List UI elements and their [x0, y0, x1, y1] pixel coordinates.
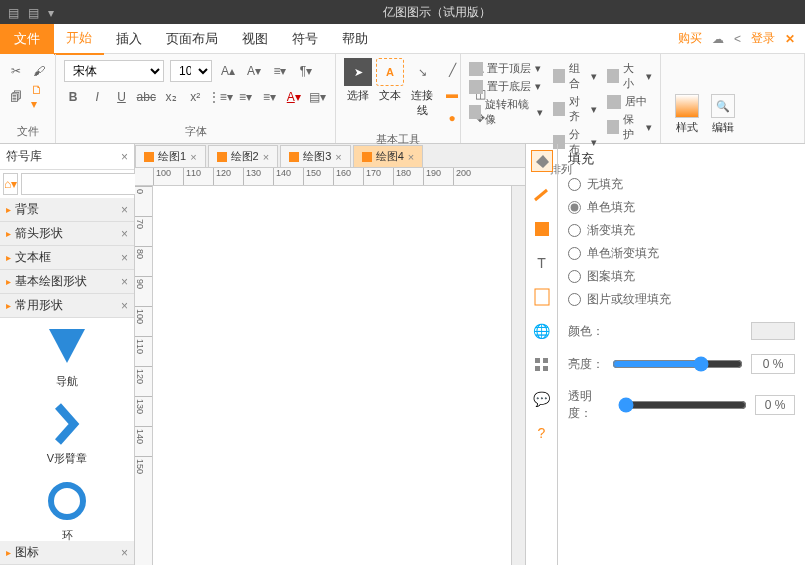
cat-background[interactable]: ▸背景× [0, 198, 134, 222]
shape-nav[interactable]: 导航 [6, 324, 128, 389]
color-swatch[interactable] [751, 322, 795, 340]
increase-font-icon[interactable]: A▴ [218, 61, 238, 81]
cat-common[interactable]: ▸常用形状× [0, 294, 134, 318]
decrease-font-icon[interactable]: A▾ [244, 61, 264, 81]
bold-icon[interactable]: B [64, 87, 82, 107]
tab-3[interactable]: 绘图3× [280, 145, 351, 167]
list-icon[interactable]: ≡▾ [236, 87, 254, 107]
size-btn[interactable]: 大小▾ [607, 61, 652, 91]
font-family-select[interactable]: 宋体 [64, 60, 164, 82]
lineheight-icon[interactable]: ≡▾ [270, 61, 290, 81]
fill-opt-mono-gradient[interactable]: 单色渐变填充 [568, 245, 795, 262]
close-icon[interactable]: × [121, 150, 128, 164]
select-tool[interactable]: ➤ 选择 [344, 58, 372, 130]
superscript-icon[interactable]: x² [186, 87, 204, 107]
close-icon[interactable]: × [190, 151, 196, 163]
shape-style-icon[interactable] [531, 218, 553, 240]
group-btn[interactable]: 组合▾ [553, 61, 598, 91]
cat-arrow[interactable]: ▸箭头形状× [0, 222, 134, 246]
grid-icon[interactable] [531, 354, 553, 376]
highlight-icon[interactable]: ▤▾ [309, 87, 327, 107]
text-tool[interactable]: A 文本 [376, 58, 404, 130]
home-icon[interactable]: ⌂▾ [3, 173, 18, 195]
brightness-value[interactable]: 0 % [751, 354, 795, 374]
close-icon[interactable]: × [263, 151, 269, 163]
brush-icon[interactable]: 🖌 [31, 61, 48, 81]
menu-file[interactable]: 文件 [0, 24, 54, 54]
font-size-select[interactable]: 10 [170, 60, 212, 82]
style-button[interactable]: 样式 [669, 88, 705, 139]
scrollbar-vertical[interactable] [511, 186, 525, 565]
shape-chevron[interactable]: V形臂章 [6, 401, 128, 466]
globe-icon[interactable]: 🌐 [531, 320, 553, 342]
menu-insert[interactable]: 插入 [104, 24, 154, 54]
close-icon[interactable]: × [408, 151, 414, 163]
strike-icon[interactable]: abc [137, 87, 156, 107]
line-style-icon[interactable] [531, 184, 553, 206]
subscript-icon[interactable]: x₂ [162, 87, 180, 107]
opacity-label: 透明度： [568, 388, 610, 422]
protect-btn[interactable]: 保护▾ [607, 112, 652, 142]
opacity-slider[interactable] [618, 397, 747, 413]
svg-rect-7 [535, 366, 540, 371]
tab-2[interactable]: 绘图2× [208, 145, 279, 167]
paste-icon[interactable]: 🗋▾ [31, 87, 48, 107]
copy-icon[interactable]: 🗐 [8, 87, 25, 107]
bring-front[interactable]: 置于顶层▾ [469, 61, 543, 76]
page-icon[interactable] [531, 286, 553, 308]
brightness-slider[interactable] [612, 356, 743, 372]
opacity-value[interactable]: 0 % [755, 395, 795, 415]
redo-icon[interactable]: ▾ [48, 6, 60, 18]
fill-opt-solid[interactable]: 单色填充 [568, 199, 795, 216]
logo-icon: ✕ [785, 32, 795, 46]
italic-icon[interactable]: I [88, 87, 106, 107]
opacity-row: 透明度： 0 % [568, 388, 795, 422]
tab-icon [362, 152, 372, 162]
text-style-icon[interactable]: T [531, 252, 553, 274]
menu-start[interactable]: 开始 [54, 23, 104, 55]
cat-textbox[interactable]: ▸文本框× [0, 246, 134, 270]
fill-opt-none[interactable]: 无填充 [568, 176, 795, 193]
help-icon[interactable]: ? [531, 422, 553, 444]
shape-ring[interactable]: 环 [6, 478, 128, 541]
rect-icon[interactable]: ▬ [442, 84, 462, 104]
tab-4[interactable]: 绘图4× [353, 145, 424, 167]
login-link[interactable]: 登录 [751, 30, 775, 47]
buy-link[interactable]: 购买 [678, 30, 702, 47]
menu-symbol[interactable]: 符号 [280, 24, 330, 54]
send-back[interactable]: 置于底层▾ [469, 79, 543, 94]
align-icon-2[interactable]: ≡▾ [260, 87, 278, 107]
fill-tool-icon[interactable] [531, 150, 553, 172]
tab-1[interactable]: 绘图1× [135, 145, 206, 167]
bullet-icon[interactable]: ⋮≡▾ [210, 87, 230, 107]
oval-icon[interactable]: ● [442, 108, 462, 128]
comment-icon[interactable]: 💬 [531, 388, 553, 410]
menubar: 文件 开始 插入 页面布局 视图 符号 帮助 购买 ☁ < 登录 ✕ [0, 24, 805, 54]
fill-opt-pattern[interactable]: 图案填充 [568, 268, 795, 285]
titlebar: ▤ ▤ ▾ 亿图图示（试用版） [0, 0, 805, 24]
cat-icons[interactable]: ▸图标× [0, 541, 134, 565]
center-btn[interactable]: 居中 [607, 94, 652, 109]
undo-icon[interactable]: ▤ [28, 6, 40, 18]
close-icon[interactable]: × [335, 151, 341, 163]
canvas[interactable] [153, 186, 511, 565]
fill-opt-gradient[interactable]: 渐变填充 [568, 222, 795, 239]
align-btn[interactable]: 对齐▾ [553, 94, 598, 124]
line-icon[interactable]: ╱ [442, 60, 462, 80]
quick-access: ▤ ▤ ▾ [0, 6, 68, 18]
cut-icon[interactable]: ✂ [8, 61, 25, 81]
menu-view[interactable]: 视图 [230, 24, 280, 54]
menu-layout[interactable]: 页面布局 [154, 24, 230, 54]
connector-tool[interactable]: ↘ 连接线 [408, 58, 436, 130]
underline-icon[interactable]: U [112, 87, 130, 107]
save-icon[interactable]: ▤ [8, 6, 20, 18]
cloud-icon[interactable]: ☁ [712, 32, 724, 46]
rotate-mirror[interactable]: 旋转和镜像▾ [469, 97, 543, 127]
cat-basic[interactable]: ▸基本绘图形状× [0, 270, 134, 294]
edit-button[interactable]: 🔍 编辑 [705, 88, 741, 139]
share-icon[interactable]: < [734, 32, 741, 46]
menu-help[interactable]: 帮助 [330, 24, 380, 54]
paragraph-icon[interactable]: ¶▾ [296, 61, 316, 81]
fill-opt-image[interactable]: 图片或纹理填充 [568, 291, 795, 308]
font-color-icon[interactable]: A▾ [285, 87, 303, 107]
